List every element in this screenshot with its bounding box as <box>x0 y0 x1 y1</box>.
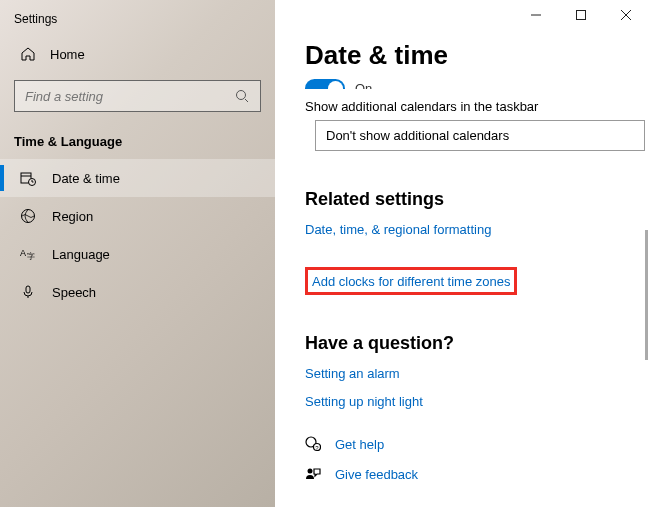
minimize-button[interactable] <box>513 0 558 30</box>
get-help-row[interactable]: ? Get help <box>305 436 618 452</box>
partial-toggle-row: On <box>305 79 618 89</box>
globe-icon <box>20 208 36 224</box>
sidebar-item-region[interactable]: Region <box>0 197 275 235</box>
toggle-state: On <box>355 81 372 89</box>
link-add-clocks[interactable]: Add clocks for different time zones <box>312 274 510 289</box>
app-title: Settings <box>0 10 275 38</box>
nav-label: Speech <box>52 285 96 300</box>
svg-text:A: A <box>20 248 26 258</box>
nav-label: Region <box>52 209 93 224</box>
give-feedback-row[interactable]: Give feedback <box>305 466 618 482</box>
close-button[interactable] <box>603 0 648 30</box>
link-get-help[interactable]: Get help <box>335 437 384 452</box>
sidebar-item-date-time[interactable]: Date & time <box>0 159 275 197</box>
home-label: Home <box>50 47 85 62</box>
main-content: Date & time On Show additional calendars… <box>275 0 648 507</box>
link-setting-alarm[interactable]: Setting an alarm <box>305 366 400 381</box>
search-input[interactable] <box>14 80 261 112</box>
related-settings-heading: Related settings <box>305 189 618 210</box>
home-nav[interactable]: Home <box>0 38 275 70</box>
window-controls <box>513 0 648 30</box>
search-field[interactable] <box>25 89 234 104</box>
calendar-clock-icon <box>20 170 36 186</box>
sidebar: Settings Home Time & Language Date & tim… <box>0 0 275 507</box>
nav-label: Date & time <box>52 171 120 186</box>
svg-rect-1 <box>576 11 585 20</box>
home-icon <box>20 46 36 62</box>
svg-point-4 <box>237 91 246 100</box>
sidebar-item-speech[interactable]: Speech <box>0 273 275 311</box>
svg-text:字: 字 <box>27 252 35 261</box>
link-give-feedback[interactable]: Give feedback <box>335 467 418 482</box>
category-heading: Time & Language <box>0 130 275 159</box>
additional-calendars-dropdown[interactable]: Don't show additional calendars <box>315 120 645 151</box>
maximize-button[interactable] <box>558 0 603 30</box>
additional-calendars-label: Show additional calendars in the taskbar <box>305 99 618 114</box>
language-icon: A字 <box>20 246 36 262</box>
page-title: Date & time <box>305 40 618 71</box>
help-icon: ? <box>305 436 321 452</box>
search-icon <box>234 88 250 104</box>
nav-label: Language <box>52 247 110 262</box>
svg-line-5 <box>245 99 248 102</box>
svg-point-19 <box>308 469 313 474</box>
toggle-switch[interactable] <box>305 79 345 89</box>
highlight-box: Add clocks for different time zones <box>305 267 517 295</box>
microphone-icon <box>20 284 36 300</box>
sidebar-item-language[interactable]: A字 Language <box>0 235 275 273</box>
feedback-icon <box>305 466 321 482</box>
svg-rect-14 <box>26 286 30 293</box>
link-date-time-formatting[interactable]: Date, time, & regional formatting <box>305 222 491 237</box>
have-a-question-heading: Have a question? <box>305 333 618 354</box>
link-night-light[interactable]: Setting up night light <box>305 394 423 409</box>
